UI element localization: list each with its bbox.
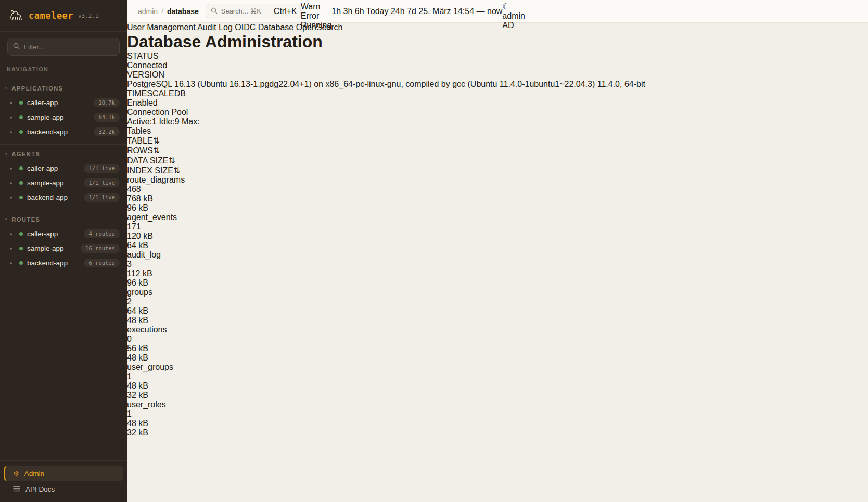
table-row[interactable]: groups 2 64 kB 48 kB bbox=[127, 288, 868, 325]
status-dot bbox=[19, 166, 23, 170]
chevron-right-icon: ▸ bbox=[10, 100, 15, 105]
camel-logo-icon bbox=[8, 7, 24, 24]
time-range-3h[interactable]: 3h bbox=[343, 7, 353, 16]
app-root: cameleer v3.2.1 NAVIGATION ▾ APPLICATION… bbox=[0, 0, 868, 502]
caret-down-icon: ▾ bbox=[5, 152, 7, 156]
search-icon bbox=[13, 42, 20, 52]
tab-user-management[interactable]: User Management bbox=[127, 23, 196, 32]
time-range-7d[interactable]: 7d bbox=[407, 7, 416, 16]
sort-icon: ⇅ bbox=[153, 136, 160, 145]
version-card-label: VERSION bbox=[127, 70, 868, 80]
sidebar-item-api-docs[interactable]: API Docs bbox=[4, 481, 123, 497]
breadcrumb-current: database bbox=[167, 7, 199, 16]
status-dot bbox=[19, 196, 23, 199]
sidebar-item-backend-app[interactable]: ▸ backend-app 32.2k bbox=[0, 124, 127, 139]
filter-input[interactable] bbox=[24, 43, 116, 51]
chevron-right-icon: ▸ bbox=[10, 166, 15, 171]
status-dot bbox=[19, 261, 23, 265]
main-area: admin / database Ctrl+K OK Warn bbox=[127, 0, 868, 502]
table-row[interactable]: route_diagrams 468 768 kB 96 kB bbox=[127, 175, 868, 213]
version-card: VERSION PostgreSQL 16.13 (Ubuntu 16.13-1… bbox=[127, 70, 868, 89]
timescaledb-card-value: Enabled bbox=[127, 98, 868, 108]
section-header[interactable]: ▾ APPLICATIONS bbox=[0, 85, 127, 95]
sidebar-item-backend-app[interactable]: ▸ backend-app 1/1 live bbox=[0, 190, 127, 204]
tab-database[interactable]: Database bbox=[258, 23, 294, 32]
filter-warn[interactable]: Warn bbox=[301, 2, 332, 11]
global-search[interactable]: Ctrl+K bbox=[206, 4, 301, 19]
admin-tabs: User Management Audit Log OIDC Database … bbox=[127, 23, 868, 32]
sidebar-item-sample-app[interactable]: ▸ sample-app 1/1 live bbox=[0, 175, 127, 190]
theme-toggle-button[interactable]: ☾ bbox=[502, 2, 525, 11]
routes-badge: 16 routes bbox=[81, 244, 120, 253]
tab-opensearch[interactable]: OpenSearch bbox=[296, 23, 343, 32]
count-badge: 10.7k bbox=[94, 98, 120, 107]
filter-error[interactable]: Error bbox=[301, 11, 332, 21]
navigation-label: NAVIGATION bbox=[7, 66, 127, 72]
section-header[interactable]: ▾ ROUTES bbox=[0, 216, 127, 226]
sidebar-item-sample-app[interactable]: ▸ sample-app 16 routes bbox=[0, 241, 127, 255]
date-range[interactable]: 25. März 14:54 — now bbox=[418, 7, 502, 16]
sidebar-item-caller-app[interactable]: ▸ caller-app 1/1 live bbox=[0, 161, 127, 175]
chevron-right-icon: ▸ bbox=[10, 231, 15, 236]
sort-icon: ⇅ bbox=[168, 156, 175, 165]
status-dot bbox=[19, 101, 23, 105]
tab-audit-log[interactable]: Audit Log bbox=[197, 23, 233, 32]
connection-pool-card: Connection Pool Active:1 Idle:9 Max: bbox=[127, 108, 868, 126]
sidebar-item-caller-app[interactable]: ▸ caller-app 10.7k bbox=[0, 95, 127, 110]
app-version: v3.2.1 bbox=[78, 12, 99, 19]
chevron-right-icon: ▸ bbox=[10, 246, 15, 251]
status-card-label: STATUS bbox=[127, 52, 868, 61]
sort-icon: ⇅ bbox=[173, 166, 180, 175]
routes-badge: 4 routes bbox=[84, 229, 120, 238]
column-header-index-size[interactable]: INDEX SIZE⇅ bbox=[127, 165, 868, 175]
section-applications: ▾ APPLICATIONS ▸ caller-app 10.7k ▸ samp… bbox=[0, 79, 127, 139]
column-header-table[interactable]: TABLE⇅ bbox=[127, 136, 868, 146]
list-icon bbox=[13, 485, 20, 493]
status-dot bbox=[19, 181, 23, 185]
timescaledb-card-label: TIMESCALEDB bbox=[127, 89, 868, 98]
topbar: admin / database Ctrl+K OK Warn bbox=[127, 0, 868, 23]
table-row[interactable]: user_roles 1 48 kB 32 kB bbox=[127, 400, 868, 437]
search-icon bbox=[211, 7, 218, 16]
sidebar-item-sample-app[interactable]: ▸ sample-app 84.1k bbox=[0, 110, 127, 124]
section-header[interactable]: ▾ AGENTS bbox=[0, 151, 127, 161]
search-input[interactable] bbox=[221, 7, 270, 15]
status-card: STATUS Connected bbox=[127, 52, 868, 70]
column-header-rows[interactable]: ROWS⇅ bbox=[127, 146, 868, 156]
count-badge: 32.2k bbox=[94, 127, 120, 136]
status-dot bbox=[19, 232, 23, 236]
table-row[interactable]: audit_log 3 112 kB 96 kB bbox=[127, 250, 868, 288]
time-range-today[interactable]: Today bbox=[366, 7, 389, 16]
logo-row: cameleer v3.2.1 bbox=[0, 0, 127, 32]
connection-pool-stats: Active:1 Idle:9 Max: bbox=[127, 117, 868, 126]
tables-section-title: Tables bbox=[127, 126, 868, 136]
tables-table: TABLE⇅ ROWS⇅ DATA SIZE⇅ INDEX SIZE⇅ rout… bbox=[127, 136, 868, 437]
sidebar-item-caller-app[interactable]: ▸ caller-app 4 routes bbox=[0, 226, 127, 241]
time-range-6h[interactable]: 6h bbox=[355, 7, 364, 16]
chevron-right-icon: ▸ bbox=[10, 261, 15, 265]
sidebar: cameleer v3.2.1 NAVIGATION ▾ APPLICATION… bbox=[0, 0, 127, 502]
live-badge: 1/1 live bbox=[84, 164, 120, 173]
filter-box[interactable] bbox=[7, 38, 120, 56]
time-range-1h[interactable]: 1h bbox=[331, 7, 341, 16]
sidebar-item-backend-app[interactable]: ▸ backend-app 6 routes bbox=[0, 255, 127, 270]
page-title: Database Administration bbox=[127, 32, 868, 52]
breadcrumb-admin[interactable]: admin bbox=[138, 7, 158, 16]
chevron-right-icon: ▸ bbox=[10, 130, 15, 134]
sidebar-item-admin[interactable]: ⚙ Admin bbox=[4, 466, 123, 481]
caret-down-icon: ▾ bbox=[5, 86, 7, 91]
live-badge: 1/1 live bbox=[84, 178, 120, 187]
app-name: cameleer bbox=[29, 10, 73, 21]
column-header-data-size[interactable]: DATA SIZE⇅ bbox=[127, 156, 868, 165]
table-row[interactable]: executions 0 56 kB 48 kB bbox=[127, 325, 868, 363]
table-row[interactable]: user_groups 1 48 kB 32 kB bbox=[127, 363, 868, 400]
caret-down-icon: ▾ bbox=[5, 217, 7, 222]
sidebar-footer: ⚙ Admin API Docs bbox=[0, 460, 127, 502]
pool-active-value: 1 bbox=[152, 117, 157, 126]
time-range-24h[interactable]: 24h bbox=[391, 7, 405, 16]
tab-oidc[interactable]: OIDC bbox=[235, 23, 256, 32]
pool-idle-value: 9 bbox=[175, 117, 180, 126]
table-header-row: TABLE⇅ ROWS⇅ DATA SIZE⇅ INDEX SIZE⇅ bbox=[127, 136, 868, 175]
table-row[interactable]: agent_events 171 120 kB 64 kB bbox=[127, 213, 868, 250]
status-dot bbox=[19, 130, 23, 134]
